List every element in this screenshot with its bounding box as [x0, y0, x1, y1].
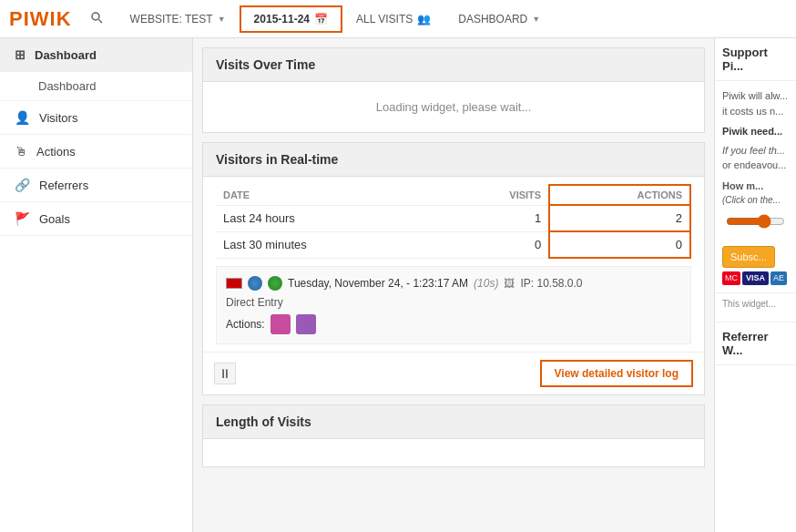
- cursor-icon: 🖱: [15, 144, 27, 159]
- sidebar-sub-dashboard[interactable]: Dashboard: [0, 72, 192, 101]
- widget-length-title: Length of Visits: [203, 405, 704, 439]
- sidebar-item-actions[interactable]: 🖱 Actions: [0, 135, 192, 169]
- row-date: Last 24 hours: [216, 205, 441, 231]
- visitor-entry-icon: 🖼: [504, 277, 515, 290]
- grid-icon: ⊞: [15, 47, 26, 62]
- amex-icon: AE: [770, 271, 787, 286]
- mastercard-icon: MC: [722, 271, 740, 286]
- referrer-widget-header: Referrer W...: [715, 322, 796, 365]
- row-actions: 0: [549, 231, 690, 258]
- widget-note: This widget...: [715, 292, 796, 314]
- people-icon: 👥: [417, 13, 431, 26]
- action-icon-1: [270, 314, 291, 334]
- svg-line-1: [98, 20, 102, 24]
- right-panel-line-2: it costs us n...: [722, 104, 789, 119]
- col-visits: VISITS: [441, 185, 549, 205]
- col-date: DATE: [216, 185, 441, 205]
- widget-visits-over-time: Visits Over Time Loading widget, please …: [202, 47, 705, 133]
- actions-row: Actions:: [226, 314, 681, 334]
- slider-input[interactable]: [726, 214, 785, 229]
- row-visits: 1: [441, 205, 549, 231]
- right-panel-italic: If you feel th...: [722, 143, 789, 159]
- calendar-icon: 📅: [314, 13, 328, 26]
- right-panel-header: Support Pi...: [715, 38, 796, 81]
- chevron-down-icon: ▼: [218, 15, 226, 24]
- widget-footer: ⏸ View detailed visitor log: [203, 352, 704, 394]
- tab-dashboard[interactable]: DASHBOARD ▼: [444, 6, 554, 32]
- main-content: Visits Over Time Loading widget, please …: [193, 38, 714, 532]
- visitor-source: Direct Entry: [226, 296, 681, 309]
- flag-icon: 🚩: [15, 211, 30, 226]
- pause-button[interactable]: ⏸: [214, 363, 236, 384]
- link-icon: 🔗: [15, 178, 30, 192]
- tab-visits[interactable]: ALL VISITS 👥: [342, 6, 444, 32]
- right-panel-line-1: Piwik will alw...: [722, 88, 789, 104]
- sidebar-item-goals[interactable]: 🚩 Goals: [0, 202, 192, 236]
- widget-length-of-visits: Length of Visits: [202, 404, 705, 467]
- card-icons: MC VISA AE: [722, 271, 789, 286]
- app-logo: PIWIK: [9, 7, 72, 31]
- realtime-table: DATE VISITS ACTIONS Last 24 hours 1 2: [216, 184, 691, 259]
- nav-tabs: WEBSITE: TEST ▼ 2015-11-24 📅 ALL VISITS …: [117, 5, 787, 33]
- sidebar-item-label: Actions: [36, 145, 76, 159]
- right-panel: Support Pi... Piwik will alw... it costs…: [714, 38, 796, 532]
- actions-label: Actions:: [226, 318, 265, 331]
- sidebar-item-referrers[interactable]: 🔗 Referrers: [0, 169, 192, 202]
- right-panel-body: Piwik will alw... it costs us n... Piwik…: [715, 81, 796, 292]
- row-visits: 0: [441, 231, 549, 258]
- visa-icon: VISA: [742, 271, 769, 286]
- right-panel-or: or endeavou...: [722, 158, 789, 173]
- widget-visits-over-time-title: Visits Over Time: [203, 48, 704, 82]
- tab-date[interactable]: 2015-11-24 📅: [240, 5, 342, 33]
- table-row: Last 24 hours 1 2: [216, 205, 690, 231]
- search-icon[interactable]: [90, 11, 103, 26]
- donation-slider[interactable]: [722, 207, 789, 240]
- sidebar-item-visitors[interactable]: 👤 Visitors: [0, 101, 192, 135]
- sidebar-item-label: Goals: [39, 212, 70, 226]
- click-hint: (Click on the...: [722, 193, 789, 207]
- visitor-ip: IP: 10.58.0.0: [520, 277, 582, 290]
- svg-point-0: [92, 13, 99, 20]
- how-much-header: How m...: [722, 179, 789, 194]
- sidebar-item-dashboard[interactable]: ⊞ Dashboard: [0, 38, 192, 72]
- subscribe-button[interactable]: Subsc...: [722, 246, 775, 268]
- sidebar: ⊞ Dashboard Dashboard 👤 Visitors 🖱 Actio…: [0, 38, 193, 532]
- widget-realtime-title: Visitors in Real-time: [203, 143, 704, 177]
- person-icon: 👤: [15, 110, 30, 125]
- sidebar-item-label: Visitors: [39, 111, 77, 125]
- tab-website[interactable]: WEBSITE: TEST ▼: [117, 6, 240, 32]
- row-actions: 2: [549, 205, 690, 231]
- browser-ie-icon: [248, 276, 262, 291]
- col-actions: ACTIONS: [549, 185, 690, 205]
- visitor-datetime: Tuesday, November 24, - 1:23:17 AM: [288, 277, 468, 290]
- visitor-entry: Tuesday, November 24, - 1:23:17 AM (10s)…: [216, 266, 691, 344]
- view-log-button[interactable]: View detailed visitor log: [540, 360, 693, 387]
- widget-realtime: Visitors in Real-time DATE VISITS ACTION…: [202, 142, 705, 395]
- action-icon-2: [296, 314, 316, 334]
- visitor-meta: Tuesday, November 24, - 1:23:17 AM (10s)…: [226, 276, 681, 291]
- flag-icon: [226, 278, 242, 289]
- browser-green-icon: [268, 276, 282, 291]
- chevron-down-icon: ▼: [532, 15, 540, 24]
- table-row: Last 30 minutes 0 0: [216, 231, 690, 258]
- sidebar-item-label: Referrers: [39, 179, 88, 192]
- row-date: Last 30 minutes: [216, 231, 441, 258]
- loading-text: Loading widget, please wait...: [376, 100, 532, 114]
- sidebar-item-label: Dashboard: [35, 48, 97, 62]
- visitor-duration: (10s): [474, 277, 498, 290]
- right-panel-bold: Piwik need...: [722, 124, 789, 139]
